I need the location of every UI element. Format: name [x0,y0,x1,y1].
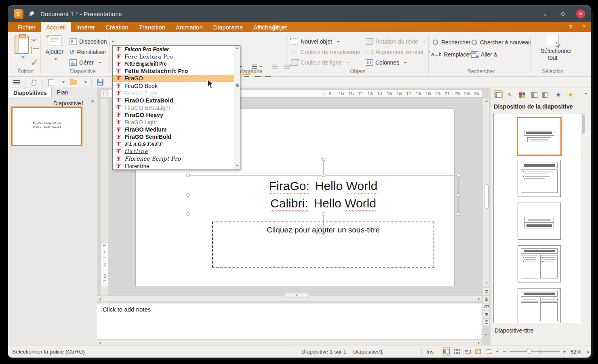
font-dropdown-item[interactable]: SF FiraGO Medium [113,126,234,133]
tab-création[interactable]: Création [100,22,134,32]
layout-thumbnail-two-content[interactable] [518,245,561,282]
line-color-button[interactable]: Couleur de ligne [291,58,350,67]
normal-view-button[interactable] [442,347,451,356]
reset-button[interactable]: ↺ Réinitialiser [69,48,106,56]
add-slide-button[interactable]: + Ajouter [43,36,66,62]
font-dropdown-item[interactable]: SF FiraGO Book [113,82,234,89]
insert-mode-indicator[interactable]: Ins [426,349,434,355]
scroll-up-icon[interactable] [485,100,488,102]
menu-hamburger-icon[interactable] [12,78,21,86]
fill-color-button[interactable]: Couleur de remplissage [291,48,368,56]
new-document-dropdown-icon[interactable] [62,82,65,83]
scroll-up-icon[interactable] [91,100,94,102]
sidebar-gallery-icon[interactable] [517,90,527,99]
zoom-level[interactable]: 62% [566,349,581,355]
handle-mid-right[interactable] [457,193,460,197]
font-dropdown-item[interactable]: SF Falcon Pro Poster [113,46,234,53]
maximize-icon[interactable]: ◇ [558,9,567,18]
notes-splitter-handle[interactable] [284,293,309,297]
outline-view-button[interactable] [463,347,472,356]
pin-icon[interactable] [28,10,36,17]
font-dropdown-item[interactable]: SF Fette Engschrift Pro [113,60,234,67]
zoom-out-button[interactable]: − [503,349,506,355]
copy-button[interactable] [31,47,39,55]
handle-bottom-left[interactable] [186,212,190,216]
tab-plan[interactable]: Plan [52,88,73,97]
tab-diaporama[interactable]: Diaporama [208,22,248,32]
find-again-button[interactable]: Chercher à nouveau [471,38,531,47]
scroll-left-icon[interactable] [99,341,101,345]
scroll-up-icon[interactable] [485,305,488,308]
notes-scrollbar[interactable] [483,303,490,339]
title-textbox[interactable]: ↻ ✛ FiraGo:Hello World Calibri:Hello Wor… [188,175,459,214]
handle-bottom-right[interactable] [457,212,460,216]
font-dropdown-item[interactable]: SF FiraGO [113,75,234,82]
tab-animation[interactable]: Animation [171,22,208,32]
scroll-up-icon[interactable] [236,47,239,49]
sidebar-navigator-icon[interactable]: → [541,90,551,99]
rotate-handle-icon[interactable]: ↻ [321,156,326,163]
scroll-right-icon[interactable] [478,341,480,345]
slide-sorter-view-button[interactable] [452,347,462,356]
start-slideshow-button[interactable] [484,347,493,356]
help-icon[interactable]: ? [569,24,572,30]
pan-hand-icon[interactable] [29,78,38,86]
font-dropdown-item[interactable]: SF FiraGO SemiBold [113,133,234,140]
view-dropdown-icon[interactable] [496,351,499,352]
scroll-left-icon[interactable] [99,297,101,301]
tab-objet[interactable]: Objet [267,22,292,32]
font-dropdown-item[interactable]: SF flatline [113,148,234,155]
tab-transition[interactable]: Transition [134,22,171,32]
scroll-down-icon[interactable] [236,165,239,167]
collapse-ribbon-icon[interactable]: ^ [582,24,585,30]
font-dropdown-item[interactable]: SF Florentine [113,163,234,170]
font-dropdown-item[interactable]: SF Florence Script Pro [113,155,234,162]
layout-scrollbar-thumb[interactable] [582,115,585,134]
layout-thumbnail-title-content[interactable] [518,160,561,197]
text-rotation-button[interactable]: Rotation du texte [366,37,426,46]
goto-button[interactable]: Aller à [471,50,497,59]
notes-area[interactable]: Click to add notes [97,303,482,339]
clone-formatting-button[interactable] [31,58,39,66]
font-dropdown-item[interactable]: SF FiraGO Heavy [113,111,234,119]
indent-decrease-button[interactable] [282,62,292,71]
layout-button[interactable]: Disposition [69,37,114,46]
columns-button[interactable]: Colonnes [366,58,407,67]
open-dropdown-icon[interactable] [84,82,87,83]
font-dropdown-scrollbar-thumb[interactable] [236,84,239,87]
handle-bottom-center[interactable] [322,212,325,216]
fit-view-button[interactable]: ⊻ [483,295,490,301]
tab-fichier[interactable]: Fichier [12,22,41,32]
open-folder-icon[interactable] [69,78,78,86]
handle-top-left[interactable] [186,174,190,177]
font-dropdown-item[interactable]: SF FiraGO Eight [113,90,234,97]
select-all-button[interactable]: Sélectionner tout [541,35,565,61]
sidebar-layouts-icon[interactable] [493,90,503,99]
cut-button[interactable]: ✂ [31,36,39,44]
handle-top-right[interactable] [457,174,460,177]
vertical-scrollbar[interactable] [483,98,490,287]
layout-list-scrollbar[interactable] [581,113,586,323]
handout-view-button[interactable] [473,347,483,356]
scroll-down-icon[interactable] [484,334,488,336]
tab-insérer[interactable]: Insérer [71,22,100,32]
scroll-down-icon[interactable] [485,282,488,284]
paste-dropdown-icon[interactable] [21,56,25,58]
sidebar-properties-icon[interactable] [505,90,515,99]
save-icon[interactable] [96,78,105,86]
first-slide-button[interactable] [483,288,490,295]
find-button[interactable]: Rechercher [432,38,470,47]
vertical-align-button[interactable]: Alignement vertical [366,48,431,56]
font-dropdown-item[interactable]: SF FiraGO Light [113,119,234,126]
layout-thumbnail-centered-text[interactable] [518,203,561,240]
font-dropdown-item[interactable]: SF Fere Lextura Pro [113,53,234,60]
minimize-icon[interactable]: ⌄ [541,9,550,18]
tab-accueil[interactable]: Accueil [41,22,71,32]
replace-button[interactable]: a→b Remplacer [431,50,471,59]
slide-panel-scrollbar[interactable] [90,98,95,343]
sidebar-animation-icon[interactable]: ★ [554,90,563,99]
handle-top-center[interactable] [322,174,325,177]
zoom-slider[interactable] [510,351,560,352]
add-slide-dropdown-icon[interactable] [54,59,57,60]
handle-mid-left[interactable] [186,193,190,197]
